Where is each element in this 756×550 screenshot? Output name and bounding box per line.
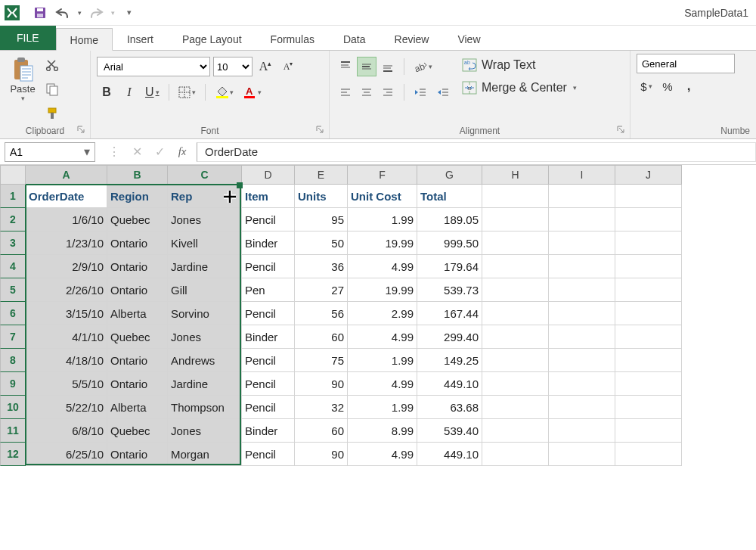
cell[interactable]: Units: [295, 185, 348, 208]
shrink-font-button[interactable]: A▾: [278, 57, 298, 76]
cell[interactable]: 179.64: [417, 255, 482, 278]
cell[interactable]: Binder: [242, 419, 295, 443]
cell[interactable]: [482, 325, 549, 349]
cell[interactable]: Ontario: [107, 443, 168, 466]
tab-formulas[interactable]: Formulas: [256, 27, 329, 50]
cell[interactable]: Quebec: [107, 325, 168, 349]
cell[interactable]: 539.40: [417, 419, 482, 443]
cell[interactable]: 449.10: [417, 372, 482, 396]
align-center-button[interactable]: [357, 82, 376, 102]
name-box-input[interactable]: [5, 144, 73, 160]
cell[interactable]: [549, 372, 615, 396]
row-header[interactable]: 6: [0, 302, 26, 325]
cell[interactable]: Pen: [242, 278, 295, 302]
cell[interactable]: Pencil: [242, 443, 295, 466]
cell[interactable]: Pencil: [242, 255, 295, 278]
cell[interactable]: [482, 231, 549, 255]
cell[interactable]: 2/9/10: [26, 255, 107, 278]
cell[interactable]: 1/23/10: [26, 231, 107, 255]
cell[interactable]: 27: [295, 278, 348, 302]
cell[interactable]: Ontario: [107, 278, 168, 302]
cell[interactable]: Total: [417, 185, 482, 208]
row-header[interactable]: 3: [0, 231, 26, 255]
cell[interactable]: 60: [295, 325, 348, 349]
cell[interactable]: [615, 208, 682, 231]
cell[interactable]: [549, 208, 615, 231]
cell[interactable]: 3/15/10: [26, 302, 107, 325]
wrap-text-button[interactable]: ab Wrap Text: [459, 55, 595, 75]
cell[interactable]: Kivell: [168, 231, 242, 255]
cell[interactable]: Alberta: [107, 396, 168, 419]
undo-split-button[interactable]: ▾: [74, 2, 85, 24]
cell[interactable]: [615, 349, 682, 372]
cell[interactable]: 95: [295, 208, 348, 231]
save-button[interactable]: [29, 2, 51, 24]
cell[interactable]: 8.99: [348, 419, 417, 443]
italic-button[interactable]: I: [119, 82, 139, 102]
align-left-button[interactable]: [336, 82, 355, 102]
cancel-formula-button[interactable]: ✕: [130, 145, 144, 159]
column-header[interactable]: J: [615, 165, 682, 185]
select-all-corner[interactable]: [0, 165, 26, 185]
column-header[interactable]: H: [482, 165, 549, 185]
cell[interactable]: Pencil: [242, 302, 295, 325]
row-header[interactable]: 11: [0, 419, 26, 443]
bold-button[interactable]: B: [97, 82, 116, 102]
cell[interactable]: [549, 278, 615, 302]
row-header[interactable]: 10: [0, 396, 26, 419]
fx-icon[interactable]: fx: [175, 145, 189, 159]
cell[interactable]: 36: [295, 255, 348, 278]
cell[interactable]: [482, 255, 549, 278]
cell[interactable]: [482, 302, 549, 325]
cell[interactable]: Ontario: [107, 231, 168, 255]
cell[interactable]: 2.99: [348, 302, 417, 325]
cell[interactable]: [615, 396, 682, 419]
redo-button[interactable]: [85, 2, 107, 24]
cell[interactable]: 5/22/10: [26, 396, 107, 419]
cell[interactable]: Pencil: [242, 208, 295, 231]
row-header[interactable]: 1: [0, 185, 26, 208]
column-header[interactable]: A: [26, 165, 107, 185]
cell[interactable]: Pencil: [242, 372, 295, 396]
tab-data[interactable]: Data: [329, 27, 380, 50]
column-header[interactable]: B: [107, 165, 168, 185]
tab-review[interactable]: Review: [380, 27, 444, 50]
tab-view[interactable]: View: [443, 27, 494, 50]
tab-insert[interactable]: Insert: [113, 27, 168, 50]
decrease-indent-button[interactable]: [411, 82, 430, 102]
cell[interactable]: [615, 255, 682, 278]
cell[interactable]: 90: [295, 372, 348, 396]
number-format-select[interactable]: [637, 54, 735, 73]
cell[interactable]: 19.99: [348, 231, 417, 255]
cell[interactable]: [482, 396, 549, 419]
cell[interactable]: [615, 325, 682, 349]
formula-input[interactable]: OrderDate: [197, 142, 756, 162]
cell[interactable]: [615, 278, 682, 302]
cell[interactable]: 167.44: [417, 302, 482, 325]
cell[interactable]: Binder: [242, 325, 295, 349]
clipboard-dialog-launcher[interactable]: [76, 125, 87, 135]
align-right-button[interactable]: [378, 82, 398, 102]
cell[interactable]: 90: [295, 443, 348, 466]
cell[interactable]: 1.99: [348, 208, 417, 231]
cell[interactable]: Rep: [168, 185, 242, 208]
cell[interactable]: 32: [295, 396, 348, 419]
cell[interactable]: 1.99: [348, 349, 417, 372]
cell[interactable]: 60: [295, 419, 348, 443]
row-header[interactable]: 9: [0, 372, 26, 396]
column-header[interactable]: D: [242, 165, 295, 185]
cell[interactable]: [549, 302, 615, 325]
paste-button[interactable]: Paste ▾: [6, 54, 39, 123]
cell[interactable]: [615, 302, 682, 325]
cell[interactable]: Jones: [168, 208, 242, 231]
cell[interactable]: Region: [107, 185, 168, 208]
cell[interactable]: 6/8/10: [26, 419, 107, 443]
font-color-button[interactable]: A: [240, 82, 265, 102]
cell[interactable]: Alberta: [107, 302, 168, 325]
column-header[interactable]: G: [417, 165, 482, 185]
cell[interactable]: [482, 372, 549, 396]
merge-center-button[interactable]: a Merge & Center: [459, 78, 595, 98]
accounting-format-button[interactable]: $: [637, 76, 656, 96]
cell[interactable]: 63.68: [417, 396, 482, 419]
cell[interactable]: [549, 443, 615, 466]
